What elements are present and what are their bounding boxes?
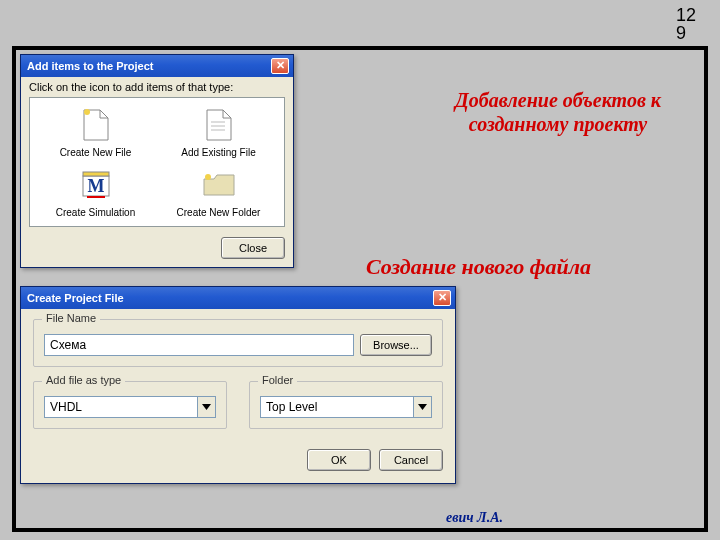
create-file-titlebar: Create Project File ✕ bbox=[21, 287, 455, 309]
filetype-select[interactable]: VHDL bbox=[44, 396, 216, 418]
filetype-value: VHDL bbox=[45, 400, 197, 414]
create-new-file-button[interactable]: Create New File bbox=[34, 106, 157, 158]
create-file-title: Create Project File bbox=[27, 292, 124, 304]
add-items-instruction: Click on the icon to add items of that t… bbox=[21, 77, 293, 95]
folder-legend: Folder bbox=[258, 374, 297, 386]
filename-input[interactable] bbox=[44, 334, 354, 356]
cancel-button[interactable]: Cancel bbox=[379, 449, 443, 471]
new-folder-icon bbox=[202, 166, 236, 204]
new-file-icon bbox=[79, 106, 113, 144]
annotation-add-objects: Добавление объектов к созданному проекту bbox=[428, 88, 688, 136]
filetype-group: Add file as type VHDL bbox=[33, 381, 227, 429]
add-items-titlebar: Add items to the Project ✕ bbox=[21, 55, 293, 77]
create-new-folder-button[interactable]: Create New Folder bbox=[157, 166, 280, 218]
author-label: евич Л.А. bbox=[446, 510, 503, 526]
svg-point-0 bbox=[84, 109, 90, 115]
close-icon[interactable]: ✕ bbox=[433, 290, 451, 306]
close-button[interactable]: Close bbox=[221, 237, 285, 259]
svg-point-8 bbox=[205, 174, 211, 180]
create-new-folder-label: Create New Folder bbox=[177, 207, 261, 218]
ok-button[interactable]: OK bbox=[307, 449, 371, 471]
folder-select[interactable]: Top Level bbox=[260, 396, 432, 418]
filetype-legend: Add file as type bbox=[42, 374, 125, 386]
filename-legend: File Name bbox=[42, 312, 100, 324]
existing-file-icon bbox=[202, 106, 236, 144]
add-existing-file-label: Add Existing File bbox=[181, 147, 255, 158]
folder-value: Top Level bbox=[261, 400, 413, 414]
create-simulation-label: Create Simulation bbox=[56, 207, 135, 218]
create-project-file-dialog: Create Project File ✕ File Name Browse..… bbox=[20, 286, 456, 484]
create-simulation-button[interactable]: M Create Simulation bbox=[34, 166, 157, 218]
filename-group: File Name Browse... bbox=[33, 319, 443, 367]
add-existing-file-button[interactable]: Add Existing File bbox=[157, 106, 280, 158]
browse-button[interactable]: Browse... bbox=[360, 334, 432, 356]
svg-text:M: M bbox=[87, 176, 104, 196]
add-items-dialog: Add items to the Project ✕ Click on the … bbox=[20, 54, 294, 268]
chevron-down-icon bbox=[197, 397, 215, 417]
simulation-icon: M bbox=[79, 166, 113, 204]
folder-group: Folder Top Level bbox=[249, 381, 443, 429]
close-icon[interactable]: ✕ bbox=[271, 58, 289, 74]
chevron-down-icon bbox=[413, 397, 431, 417]
annotation-create-file: Создание нового файла bbox=[366, 254, 666, 280]
add-items-title: Add items to the Project bbox=[27, 60, 154, 72]
add-items-grid: Create New File Add Existing File M Crea… bbox=[29, 97, 285, 227]
page-number: 12 9 bbox=[676, 6, 708, 42]
slide-frame: Add items to the Project ✕ Click on the … bbox=[12, 46, 708, 532]
create-new-file-label: Create New File bbox=[60, 147, 132, 158]
